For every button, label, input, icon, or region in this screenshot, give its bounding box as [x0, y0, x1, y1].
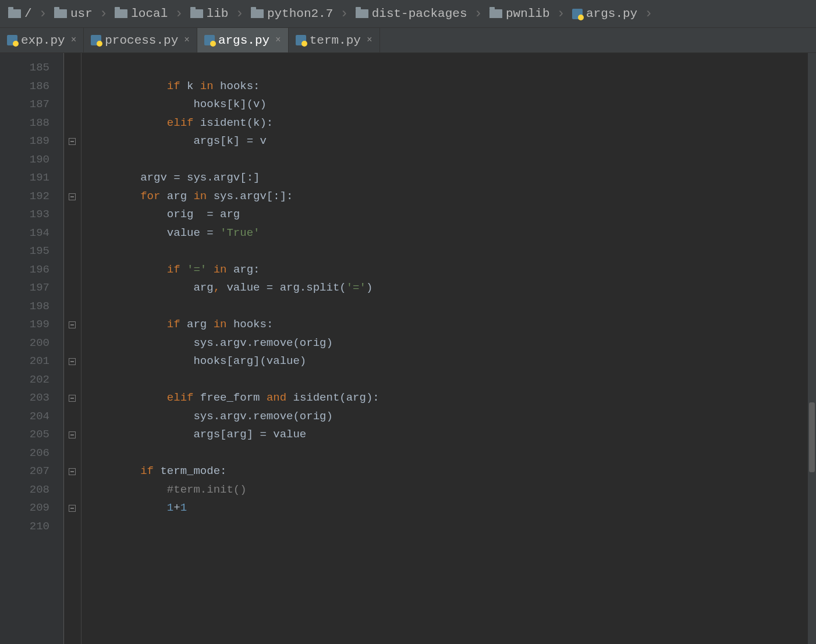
scrollbar-thumb[interactable]	[809, 402, 815, 472]
breadcrumb-item-pwnlib[interactable]: pwnlib	[487, 7, 552, 20]
close-icon[interactable]: ×	[367, 35, 372, 45]
breadcrumb-label: usr	[70, 7, 93, 20]
code-editor: 1851861871881891901911921931941951961971…	[0, 53, 816, 644]
line-number: 189	[0, 132, 49, 151]
line-number: 209	[0, 499, 49, 518]
code-area[interactable]: if k in hooks: hooks[k](v) elif isident(…	[81, 53, 379, 644]
chevron-right-icon: ›	[640, 6, 657, 22]
line-number: 186	[0, 77, 49, 96]
code-line[interactable]	[87, 371, 379, 390]
code-line[interactable]: sys.argv.remove(orig)	[87, 334, 379, 353]
breadcrumb-item-python27[interactable]: python2.7	[249, 7, 335, 20]
folder-icon	[8, 9, 21, 18]
fold-close-icon[interactable]	[69, 505, 76, 512]
code-line[interactable]: if arg in hooks:	[87, 316, 379, 334]
code-line[interactable]: elif isident(k):	[87, 114, 379, 133]
code-line[interactable]: value = 'True'	[87, 224, 379, 243]
code-line[interactable]	[87, 518, 379, 536]
tab-process[interactable]: process.py ×	[84, 28, 197, 52]
line-number: 187	[0, 95, 49, 114]
fold-strip	[64, 53, 81, 644]
code-line[interactable]: elif free_form and isident(arg):	[87, 389, 379, 408]
breadcrumb-label: dist-packages	[372, 7, 467, 20]
code-line[interactable]: orig = arg	[87, 206, 379, 224]
close-icon[interactable]: ×	[71, 35, 77, 45]
tab-label: args.py	[218, 34, 269, 47]
breadcrumb-label: lib	[207, 7, 229, 20]
code-line[interactable]: if '=' in arg:	[87, 261, 379, 279]
fold-open-icon[interactable]	[69, 468, 76, 475]
code-line[interactable]: 1+1	[87, 499, 379, 518]
tab-term[interactable]: term.py ×	[289, 28, 380, 52]
breadcrumb-label: /	[24, 7, 32, 20]
python-file-icon	[296, 35, 306, 45]
breadcrumb-item-usr[interactable]: usr	[52, 7, 95, 20]
fold-open-icon[interactable]	[69, 193, 76, 200]
tab-exp[interactable]: exp.py ×	[0, 28, 84, 52]
folder-icon	[115, 9, 127, 18]
python-file-icon	[91, 35, 101, 45]
fold-open-icon[interactable]	[69, 321, 76, 328]
code-line[interactable]	[87, 242, 379, 261]
fold-close-icon[interactable]	[69, 138, 76, 145]
fold-open-icon[interactable]	[69, 395, 76, 402]
line-number: 193	[0, 206, 49, 224]
python-file-icon	[204, 35, 215, 45]
breadcrumb: / › usr › local › lib › python2.7 › dist…	[0, 0, 816, 28]
line-number: 192	[0, 187, 49, 206]
breadcrumb-label: pwnlib	[506, 7, 550, 20]
line-number: 208	[0, 481, 49, 500]
folder-icon	[489, 9, 502, 18]
breadcrumb-item-file[interactable]: args.py	[570, 7, 640, 20]
breadcrumb-item-local[interactable]: local	[112, 7, 170, 20]
editor-tabs: exp.py × process.py × args.py × term.py …	[0, 28, 816, 53]
line-number: 200	[0, 334, 49, 353]
code-line[interactable]: args[k] = v	[87, 132, 379, 151]
python-file-icon	[572, 9, 583, 19]
code-line[interactable]	[87, 298, 379, 316]
code-line[interactable]: hooks[arg](value)	[87, 352, 379, 371]
breadcrumb-item-root[interactable]: /	[6, 7, 34, 20]
code-line[interactable]	[87, 59, 379, 77]
breadcrumb-label: args.py	[586, 7, 637, 20]
folder-icon	[190, 9, 203, 18]
close-icon[interactable]: ×	[275, 35, 281, 45]
code-line[interactable]: if term_mode:	[87, 462, 379, 481]
close-icon[interactable]: ×	[184, 35, 190, 45]
folder-icon	[54, 9, 67, 18]
code-line[interactable]: if k in hooks:	[87, 77, 379, 96]
line-number: 210	[0, 518, 49, 536]
breadcrumb-label: python2.7	[267, 7, 333, 20]
line-number: 188	[0, 114, 49, 133]
code-line[interactable]: #term.init()	[87, 481, 379, 500]
line-number: 185	[0, 59, 49, 77]
line-number: 206	[0, 444, 49, 463]
tab-args[interactable]: args.py ×	[197, 28, 289, 52]
folder-icon	[356, 9, 368, 18]
breadcrumb-item-dist-packages[interactable]: dist-packages	[353, 7, 470, 20]
tab-label: exp.py	[21, 34, 65, 47]
line-number: 191	[0, 169, 49, 187]
chevron-right-icon: ›	[335, 6, 353, 22]
code-line[interactable]: arg, value = arg.split('=')	[87, 279, 379, 298]
chevron-right-icon: ›	[170, 6, 187, 22]
code-line[interactable]	[87, 151, 379, 169]
chevron-right-icon: ›	[470, 6, 487, 22]
chevron-right-icon: ›	[95, 6, 112, 22]
tab-label: term.py	[310, 34, 361, 47]
line-number: 199	[0, 316, 49, 334]
breadcrumb-item-lib[interactable]: lib	[188, 7, 231, 20]
code-line[interactable]	[87, 444, 379, 463]
line-number: 203	[0, 389, 49, 408]
code-line[interactable]: args[arg] = value	[87, 426, 379, 444]
fold-close-icon[interactable]	[69, 358, 76, 365]
code-line[interactable]: sys.argv.remove(orig)	[87, 408, 379, 426]
code-line[interactable]: for arg in sys.argv[:]:	[87, 187, 379, 206]
chevron-right-icon: ›	[34, 6, 52, 22]
vertical-scrollbar[interactable]	[808, 53, 816, 644]
line-number-gutter: 1851861871881891901911921931941951961971…	[0, 53, 64, 644]
fold-close-icon[interactable]	[69, 431, 76, 438]
code-line[interactable]: argv = sys.argv[:]	[87, 169, 379, 187]
code-line[interactable]: hooks[k](v)	[87, 95, 379, 114]
chevron-right-icon: ›	[230, 6, 248, 22]
